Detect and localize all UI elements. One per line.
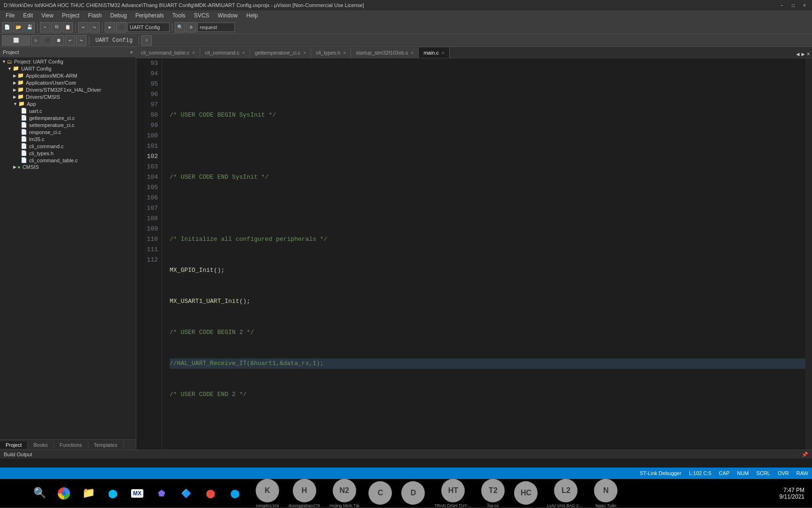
- tab-main-c[interactable]: main.c ×: [419, 48, 449, 58]
- tree-cmsis-drivers[interactable]: ▶ 📁 Drivers/CMSIS: [0, 93, 136, 100]
- tree-user-core[interactable]: ▶ 📁 Application/User/Core: [0, 79, 136, 86]
- tree-cli-types[interactable]: 📄 cli_types.h: [0, 150, 136, 157]
- taskbar-app5[interactable]: ⬤: [102, 482, 124, 505]
- debugger-label: ST-Link Debugger: [640, 470, 681, 476]
- avatar-d[interactable]: D: [401, 481, 425, 505]
- tab-close-cli-command-table[interactable]: ×: [192, 50, 195, 56]
- start-button[interactable]: ⊞: [4, 482, 26, 505]
- avatar-n[interactable]: N: [594, 479, 617, 502]
- redo-button[interactable]: ↪: [89, 22, 100, 32]
- toolbar2-more[interactable]: ⚡: [141, 35, 152, 46]
- tree-cli-table[interactable]: 📄 cli_command_table.c: [0, 157, 136, 164]
- taskbar-chrome[interactable]: [53, 482, 75, 505]
- avatar-l2[interactable]: L2: [554, 479, 578, 502]
- search-button[interactable]: 🔍: [28, 482, 51, 505]
- avatar-hc[interactable]: HC: [514, 481, 538, 505]
- tree-response[interactable]: 📄 response_ci.c: [0, 128, 136, 135]
- tabs-close-all[interactable]: ×: [807, 51, 810, 58]
- undo-button[interactable]: ↩: [78, 22, 88, 32]
- close-button[interactable]: ×: [801, 1, 808, 9]
- build-pin-icon[interactable]: 📌: [802, 452, 808, 458]
- tab-books[interactable]: Books: [28, 441, 54, 449]
- tree-uart-c[interactable]: 📄 uart.c: [0, 107, 136, 114]
- toolbar2-btn2[interactable]: ▷: [31, 35, 41, 46]
- tab-close-cli-command[interactable]: ×: [242, 50, 245, 56]
- menu-item-peripherals[interactable]: Peripherals: [132, 11, 168, 20]
- tab-cli-command[interactable]: cli_command.c ×: [200, 48, 250, 58]
- toolbar2-btn1[interactable]: ⬜: [2, 35, 30, 46]
- tabs-scroll-left[interactable]: ◀: [796, 51, 799, 58]
- code-editor[interactable]: 93 94 95 96 97 98 99 100 101 102 103 104…: [136, 58, 812, 450]
- toolbar2-btn6[interactable]: ↪: [76, 35, 86, 46]
- tree-uart-config[interactable]: ▼ 📁 UART Config: [0, 65, 136, 72]
- menu-item-file[interactable]: File: [2, 11, 18, 20]
- tree-cmsis[interactable]: ▶ ● CMSIS: [0, 164, 136, 170]
- taskbar-explorer[interactable]: 📁: [77, 482, 100, 505]
- paste-button[interactable]: 📋: [62, 22, 73, 32]
- maximize-button[interactable]: □: [789, 1, 797, 9]
- avatar-c[interactable]: C: [368, 481, 392, 505]
- taskbar-app7[interactable]: ⬟: [150, 482, 173, 505]
- menu-item-help[interactable]: Help: [242, 11, 262, 20]
- tree-lm35[interactable]: 📄 lm35.c: [0, 135, 136, 143]
- request-input[interactable]: [197, 23, 235, 32]
- tree-project-root[interactable]: ▼ 🗂 Project: UART Config: [0, 58, 136, 65]
- tab-templates[interactable]: Templates: [88, 441, 124, 449]
- avatar-k[interactable]: K: [256, 479, 279, 502]
- scrollbar[interactable]: [805, 58, 812, 450]
- tab-close-main-c[interactable]: ×: [442, 50, 445, 56]
- tree-gettemp[interactable]: 📄 gettemperature_ci.c: [0, 114, 136, 121]
- menu-item-tools[interactable]: Tools: [169, 11, 189, 20]
- search-icon[interactable]: 🔍: [175, 22, 185, 32]
- avatar-t2[interactable]: T2: [481, 479, 505, 502]
- new-button[interactable]: 📄: [2, 22, 12, 32]
- menu-item-view[interactable]: View: [38, 11, 57, 20]
- tree-cli-cmd[interactable]: 📄 cli_command.c: [0, 143, 136, 150]
- tab-project[interactable]: Project: [0, 441, 28, 449]
- avatar-h[interactable]: H: [293, 479, 316, 502]
- menu-item-edit[interactable]: Edit: [19, 11, 37, 20]
- settings-icon[interactable]: ⚙: [186, 22, 196, 32]
- tab-close-startup[interactable]: ×: [411, 50, 414, 56]
- avatar-n2[interactable]: N2: [333, 479, 356, 502]
- toolbar2-btn3[interactable]: ⬛: [42, 35, 53, 46]
- avatar-item-k: K congdo1104: [256, 479, 279, 508]
- taskbar-app10[interactable]: ⬤: [224, 482, 246, 505]
- tab-functions[interactable]: Functions: [54, 441, 88, 449]
- tab-cli-command-table[interactable]: cli_command_table.c ×: [136, 48, 200, 58]
- tab-close-gettemperature[interactable]: ×: [304, 50, 306, 56]
- toolbar2-btn4[interactable]: ⏹: [54, 35, 64, 46]
- menu-item-project[interactable]: Project: [58, 11, 83, 20]
- avatar-ht[interactable]: HT: [441, 479, 465, 502]
- menu-item-flash[interactable]: Flash: [84, 11, 105, 20]
- sidebar-close-icon[interactable]: ×: [130, 49, 133, 55]
- menu-item-window[interactable]: Window: [214, 11, 242, 20]
- save-button[interactable]: 💾: [24, 22, 35, 32]
- build-button[interactable]: ▶: [105, 22, 115, 32]
- debug-button[interactable]: ⬛: [116, 22, 126, 32]
- tab-close-cli-types[interactable]: ×: [343, 50, 346, 56]
- code-content[interactable]: /* USER CODE BEGIN SysInit */ /* USER CO…: [162, 58, 805, 450]
- tab-startup[interactable]: startup_stm32f103xb.s ×: [351, 48, 419, 58]
- tree-app[interactable]: ▼ 📁 App: [0, 100, 136, 107]
- taskbar-app9[interactable]: ⬤: [199, 482, 222, 505]
- cut-button[interactable]: ✂: [40, 22, 50, 32]
- open-button[interactable]: 📂: [13, 22, 23, 32]
- menu-item-svcs[interactable]: SVCS: [190, 11, 213, 20]
- taskbar-mx[interactable]: MX: [126, 482, 148, 505]
- toolbar2-btn5[interactable]: ↩: [65, 35, 75, 46]
- code-line-103: /* USER CODE END 2 */: [170, 389, 805, 400]
- tree-settemp[interactable]: 📄 settemperature_ci.c: [0, 121, 136, 128]
- copy-button[interactable]: ⧉: [51, 22, 62, 32]
- tree-label-cmsis-d: Drivers/CMSIS: [26, 94, 60, 100]
- config-input[interactable]: [127, 23, 170, 32]
- tree-mdk-arm[interactable]: ▶ 📁 Application/MDK-ARM: [0, 72, 136, 79]
- menu-item-debug[interactable]: Debug: [107, 11, 131, 20]
- tab-cli-types[interactable]: cli_types.h ×: [311, 48, 351, 58]
- tabs-scroll-right[interactable]: ▶: [802, 51, 805, 58]
- taskbar-teams[interactable]: 🔷: [175, 482, 197, 505]
- tree-hal-driver[interactable]: ▶ 📁 Drivers/STM32F1xx_HAL_Driver: [0, 86, 136, 93]
- tab-gettemperature[interactable]: gettemperature_ci.c ×: [250, 48, 311, 58]
- minimize-button[interactable]: −: [778, 1, 786, 9]
- tree-label-app: App: [27, 101, 36, 107]
